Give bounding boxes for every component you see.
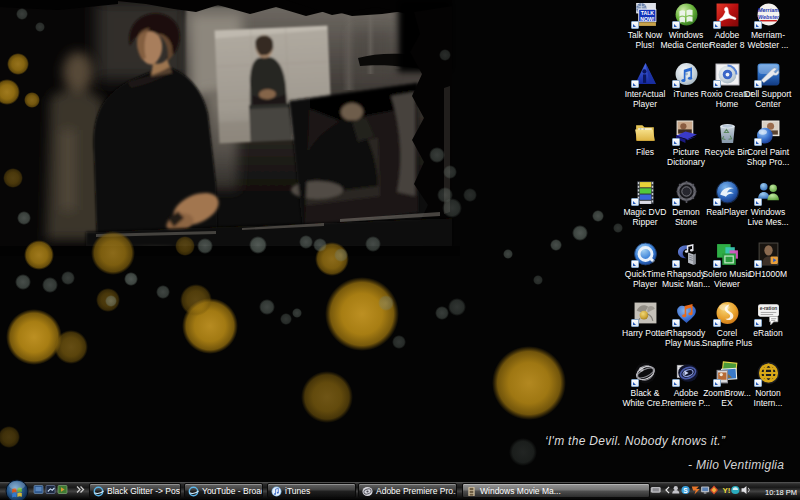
svg-text:Webster: Webster — [757, 14, 779, 20]
svg-text:Merriam: Merriam — [757, 7, 778, 13]
svg-text:Y!: Y! — [722, 486, 730, 495]
svg-text:S: S — [683, 487, 688, 494]
svg-text:e-ration: e-ration — [759, 306, 777, 311]
svg-text:NOW!: NOW! — [640, 16, 655, 22]
